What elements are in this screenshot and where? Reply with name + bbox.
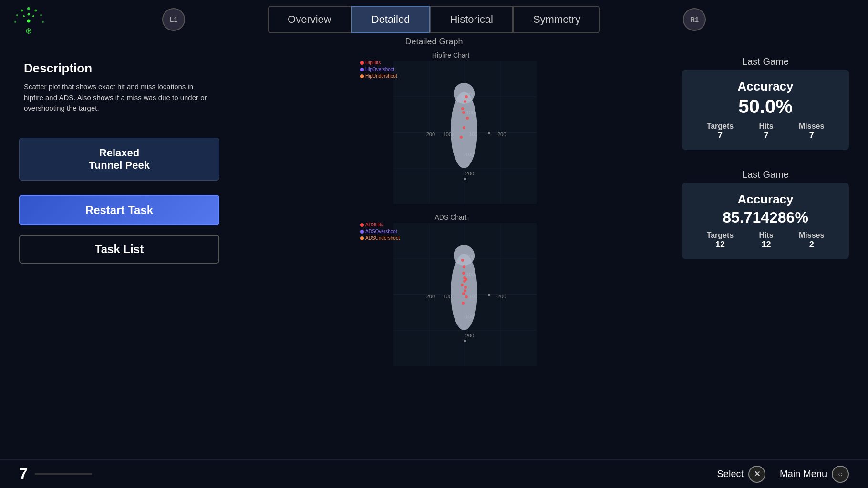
- ads-legend-hits: ADSHits: [360, 222, 400, 227]
- l1-button[interactable]: L1: [162, 8, 185, 31]
- page-number: 7: [19, 465, 92, 483]
- select-control: Select ✕: [717, 466, 765, 483]
- ads-accuracy-box: Accuracy 85.714286% Targets 12 Hits 12 M…: [682, 183, 849, 259]
- bottom-bar: 7 Select ✕ Main Menu ○: [0, 459, 868, 488]
- svg-text:200: 200: [497, 132, 506, 137]
- hipfire-stats-section: Last Game Accuracy 50.0% Targets 7 Hits …: [682, 56, 849, 150]
- svg-text:-200: -200: [424, 294, 435, 299]
- hipfire-accuracy-value: 50.0%: [694, 96, 837, 117]
- svg-point-35: [466, 117, 469, 120]
- svg-point-62: [461, 284, 464, 286]
- main-menu-label: Main Menu: [780, 468, 827, 479]
- mode-line1: Relaxed: [28, 147, 210, 159]
- svg-text:200: 200: [497, 294, 506, 299]
- ads-legend: ADSHits ADSOvershoot ADSUndershoot: [360, 222, 400, 241]
- svg-text:-100: -100: [441, 132, 452, 137]
- svg-point-39: [465, 95, 468, 98]
- mode-line2: Tunnel Peek: [28, 159, 210, 172]
- hipfire-stat-hits: Hits 7: [759, 122, 773, 141]
- restart-task-button[interactable]: Restart Task: [19, 195, 219, 225]
- svg-point-34: [461, 107, 464, 110]
- top-navigation: L1 Overview Detailed Historical Symmetry…: [0, 0, 868, 39]
- right-panel: Last Game Accuracy 50.0% Targets 7 Hits …: [682, 51, 849, 454]
- ads-chart-svg: -200 -100 100 200 200 100 -100 -200: [393, 223, 537, 366]
- task-list-button[interactable]: Task List: [19, 235, 219, 264]
- svg-point-59: [454, 245, 475, 266]
- svg-point-66: [465, 295, 468, 298]
- tab-historical[interactable]: Historical: [430, 6, 513, 33]
- svg-point-68: [463, 276, 466, 279]
- hipfire-stat-misses: Misses 7: [799, 122, 824, 141]
- hipfire-stat-targets: Targets 7: [707, 122, 734, 141]
- hipfire-chart-svg: -200 -100 100 200 200 100 -100 -200: [393, 61, 537, 204]
- ads-stats-section: Last Game Accuracy 85.714286% Targets 12…: [682, 169, 849, 259]
- mode-box: Relaxed Tunnel Peek: [19, 138, 219, 181]
- ads-legend-overshoot: ADSOvershoot: [360, 229, 400, 234]
- ads-accuracy-value: 85.714286%: [694, 209, 837, 226]
- tab-symmetry[interactable]: Symmetry: [513, 6, 600, 33]
- svg-point-38: [464, 100, 466, 103]
- ads-legend-undershoot: ADSUndershoot: [360, 235, 400, 241]
- svg-rect-42: [464, 178, 466, 180]
- hipfire-legend-overshoot: HipOvershoot: [360, 67, 397, 72]
- description-text: Scatter plot that shows exact hit and mi…: [24, 81, 215, 114]
- controls-hint: Select ✕ Main Menu ○: [717, 466, 849, 483]
- tab-overview[interactable]: Overview: [268, 6, 351, 33]
- ads-chart-container: ADS Chart ADSHits ADSOvershoot ADSUnders…: [360, 214, 541, 366]
- select-label: Select: [717, 468, 744, 479]
- ads-stat-targets: Targets 12: [707, 231, 734, 250]
- ads-accuracy-title: Accuracy: [694, 192, 837, 207]
- hipfire-accuracy-title: Accuracy: [694, 79, 837, 94]
- svg-rect-72: [488, 294, 490, 296]
- svg-point-64: [463, 265, 465, 268]
- hipfire-legend-hits: HipHits: [360, 60, 397, 65]
- hipfire-legend: HipHits HipOvershoot HipUndershoot: [360, 60, 397, 79]
- svg-text:-200: -200: [464, 333, 474, 338]
- svg-point-67: [462, 302, 465, 305]
- r1-button[interactable]: R1: [683, 8, 706, 31]
- hipfire-last-game-label: Last Game: [682, 56, 849, 67]
- tab-detailed[interactable]: Detailed: [351, 6, 430, 33]
- main-menu-button-icon: ○: [832, 466, 849, 483]
- main-content: Description Scatter plot that shows exac…: [0, 47, 868, 458]
- svg-point-65: [461, 259, 464, 262]
- svg-point-36: [463, 126, 465, 129]
- svg-point-37: [460, 136, 463, 139]
- hipfire-chart-title: Hipfire Chart: [360, 51, 541, 59]
- ads-stats-row: Targets 12 Hits 12 Misses 2: [694, 231, 837, 250]
- ads-stat-misses: Misses 2: [799, 231, 824, 250]
- progress-line: [35, 473, 92, 475]
- select-button-icon: ✕: [748, 466, 765, 483]
- hipfire-chart-container: Hipfire Chart HipHits HipOvershoot HipUn…: [360, 51, 541, 204]
- svg-point-40: [462, 111, 465, 114]
- svg-text:-100: -100: [441, 294, 452, 299]
- ads-stat-hits: Hits 12: [759, 231, 773, 250]
- main-menu-control: Main Menu ○: [780, 466, 849, 483]
- charts-panel: Hipfire Chart HipHits HipOvershoot HipUn…: [234, 51, 668, 454]
- hipfire-legend-undershoot: HipUndershoot: [360, 73, 397, 79]
- ads-last-game-label: Last Game: [682, 169, 849, 180]
- svg-point-70: [462, 292, 465, 295]
- hipfire-accuracy-box: Accuracy 50.0% Targets 7 Hits 7 Misses 7: [682, 70, 849, 150]
- svg-point-60: [462, 272, 465, 274]
- svg-text:-200: -200: [424, 132, 435, 137]
- hipfire-stats-row: Targets 7 Hits 7 Misses 7: [694, 122, 837, 141]
- nav-tabs: Overview Detailed Historical Symmetry: [268, 6, 600, 33]
- left-panel: Description Scatter plot that shows exac…: [19, 51, 219, 454]
- svg-point-63: [464, 289, 466, 292]
- svg-text:-200: -200: [464, 171, 474, 176]
- svg-rect-73: [464, 340, 466, 342]
- description-section: Description Scatter plot that shows exac…: [19, 61, 219, 114]
- svg-rect-41: [488, 132, 490, 134]
- description-title: Description: [24, 61, 215, 76]
- svg-point-71: [463, 280, 466, 283]
- ads-chart-title: ADS Chart: [360, 214, 541, 221]
- svg-point-69: [464, 286, 467, 289]
